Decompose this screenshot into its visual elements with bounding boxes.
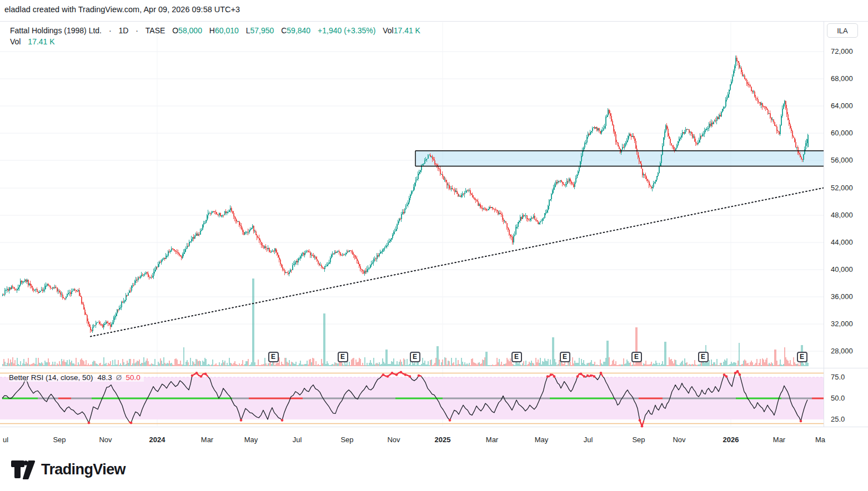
price-axis-label: 48,000 — [831, 211, 853, 220]
time-axis-label: 2026 — [723, 435, 739, 445]
earnings-marker[interactable]: E — [698, 352, 709, 362]
earnings-marker[interactable]: E — [560, 352, 570, 362]
rsi-axis-label: 75.0 — [831, 373, 845, 382]
price-axis-label: 56,000 — [831, 156, 853, 165]
price-axis-label: 40,000 — [831, 265, 853, 274]
symbol-legend: Fattal Holdings (1998) Ltd. · 1D · TASE … — [10, 26, 420, 35]
volume-row-value: 17.41 K — [28, 37, 54, 46]
volume-value: 17.41 K — [394, 26, 420, 35]
price-axis-label: 32,000 — [831, 320, 853, 328]
rsi-axis-label: 25.0 — [831, 415, 845, 424]
tradingview-logo-text: TradingView — [41, 461, 126, 478]
time-axis-label: Ma — [815, 435, 825, 445]
time-axis-label: 2024 — [149, 435, 165, 445]
rsi-average-value: 50.0 — [126, 373, 140, 382]
volume-label: Vol — [383, 26, 393, 35]
price-axis-label: 36,000 — [831, 292, 853, 301]
interval-label[interactable]: 1D — [118, 26, 128, 35]
currency-badge[interactable]: ILA — [827, 23, 858, 38]
time-axis-label: Mar — [201, 435, 213, 445]
time-axis-label: Mar — [486, 435, 498, 445]
low-value: 57,950 — [250, 26, 274, 35]
attribution-text: eladlad created with TradingView.com, Ap… — [4, 5, 240, 14]
time-axis-label: May — [535, 435, 549, 445]
price-axis-label: 44,000 — [831, 238, 853, 247]
rsi-current-value: 48.3 — [98, 373, 112, 382]
earnings-marker[interactable]: E — [511, 352, 522, 362]
close-label: C — [281, 26, 287, 35]
rsi-title[interactable]: Better RSI (14, close, 50) — [9, 373, 93, 382]
time-axis-label: Jul — [584, 435, 593, 445]
rsi-indicator-legend: Better RSI (14, close, 50)48.3Ø50.0 — [9, 373, 144, 382]
close-value: 59,840 — [287, 26, 310, 35]
time-axis-label: Jul — [293, 435, 302, 445]
time-axis-label: Mar — [773, 435, 785, 445]
tradingview-logo-icon — [10, 458, 36, 480]
change-value: +1,940 (+3.35%) — [318, 26, 375, 35]
symbol-title[interactable]: Fattal Holdings (1998) Ltd. — [10, 26, 102, 35]
price-axis-label: 28,000 — [831, 347, 853, 356]
volume-row-label[interactable]: Vol — [10, 37, 21, 46]
time-axis-label: 2025 — [435, 435, 451, 445]
time-axis-label: Sep — [53, 435, 66, 445]
time-axis-label: Sep — [340, 435, 353, 445]
price-axis-label: 68,000 — [831, 74, 853, 83]
earnings-marker[interactable]: E — [338, 352, 348, 362]
legend-separator: · — [109, 26, 112, 35]
open-value: 58,000 — [178, 26, 202, 35]
rsi-average-symbol: Ø — [116, 373, 122, 382]
time-axis-label: Sep — [632, 435, 645, 445]
time-axis-label: Nov — [99, 435, 112, 445]
open-label: O — [172, 26, 178, 35]
price-axis-label: 72,000 — [831, 47, 853, 56]
footer-brand[interactable]: TradingView — [10, 458, 126, 480]
time-axis-label: May — [244, 435, 258, 445]
time-axis-label: Nov — [387, 435, 400, 445]
time-axis-label: Nov — [673, 435, 685, 445]
price-axis-label: 60,000 — [831, 129, 853, 138]
price-axis-label: 52,000 — [831, 184, 853, 193]
legend-separator: · — [136, 26, 138, 35]
price-axis-label: 64,000 — [831, 102, 853, 110]
exchange-label: TASE — [145, 26, 165, 35]
high-value: 60,010 — [215, 26, 239, 35]
time-axis-label: ul — [3, 435, 8, 445]
chart-page: eladlad created with TradingView.com, Ap… — [0, 0, 868, 491]
volume-legend: Vol 17.41 K — [10, 37, 55, 46]
high-label: H — [209, 26, 215, 35]
earnings-marker[interactable]: E — [410, 352, 420, 362]
earnings-marker[interactable]: E — [268, 352, 279, 362]
earnings-marker[interactable]: E — [631, 352, 642, 362]
earnings-marker[interactable]: E — [797, 352, 807, 362]
rsi-axis-label: 50.0 — [831, 394, 845, 403]
chart-canvas — [0, 0, 868, 491]
